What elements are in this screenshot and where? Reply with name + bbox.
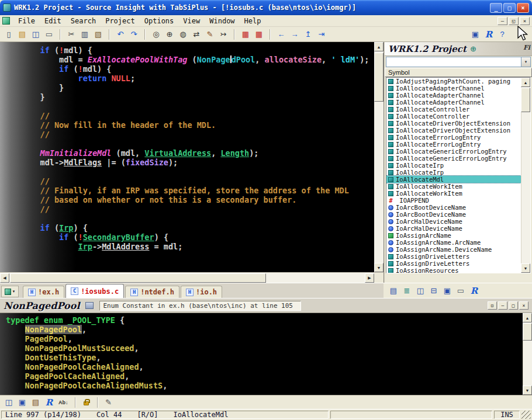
project-files-icon[interactable]: ▤ (388, 286, 399, 296)
menu-project[interactable]: Project (101, 16, 140, 26)
dock-icon[interactable]: ⊡ (488, 301, 497, 310)
symbol-list-item[interactable]: IoAssignArcName.DeviceName (386, 246, 521, 253)
bookmark-icon[interactable]: ▦ (240, 29, 251, 40)
relation-window-icon[interactable]: R (469, 286, 479, 296)
goto-line-icon[interactable]: ⇥ (316, 29, 327, 40)
menu-file[interactable]: File (13, 16, 40, 26)
open-file-icon[interactable]: ▤ (17, 29, 27, 40)
symbol-list-item[interactable]: IoAssignArcName (386, 232, 521, 239)
symbol-list-item[interactable]: IoAllocateDriverObjectExtension (386, 120, 521, 127)
menu-edit[interactable]: Edit (40, 16, 66, 26)
maximize-icon[interactable]: □ (509, 301, 518, 310)
symbol-scrollbar-thumb[interactable] (521, 88, 530, 112)
lock-context-icon[interactable] (81, 397, 92, 408)
file-tab[interactable]: H!ntdef.h (125, 286, 179, 298)
symbol-list-item[interactable]: IoAllocateGenericErrorLogEntry (386, 148, 521, 155)
scroll-up-button[interactable]: ▲ (374, 42, 384, 51)
symbol-list-item[interactable]: IoAdjustPagingPathCount._paging (386, 78, 521, 85)
symbol-list-item[interactable]: IoAllocateDriverObjectExtension (386, 127, 521, 134)
menu-options[interactable]: Options (140, 16, 179, 26)
new-window-icon[interactable]: ▣ (442, 286, 452, 296)
sort-symbols-icon[interactable]: Ab↓ (57, 397, 70, 408)
find-previous-icon[interactable]: ◍ (178, 29, 188, 40)
scroll-down-button[interactable]: ▼ (523, 386, 532, 395)
symbol-list-item[interactable]: IoAssignArcName.ArcName (386, 239, 521, 246)
editor-vertical-scrollbar[interactable]: ▲ ▼ (374, 42, 384, 272)
symbol-list-item[interactable]: IoAllocateErrorLogEntry (386, 141, 521, 148)
redo-icon[interactable]: ↷ (129, 29, 139, 40)
scroll-right-button[interactable]: ▶ (365, 273, 374, 283)
symbol-list-scrollbar[interactable]: ▲ ▼ (521, 78, 530, 273)
relation-window-icon[interactable]: R (483, 29, 494, 40)
symbol-list-item[interactable]: IoArcBootDeviceName (386, 204, 521, 211)
panel-header[interactable]: WRK1.2 Project ⊕ Fi (385, 42, 532, 56)
file-tab[interactable]: C!iosubs.c (65, 284, 124, 298)
symbol-list-item[interactable]: IoAllocateGenericErrorLogEntry (386, 155, 521, 162)
child-window-icon[interactable] (2, 17, 10, 25)
dropdown-button[interactable]: ▼ (521, 57, 530, 67)
symbol-list-item[interactable]: IoArcHalDeviceName (386, 218, 521, 225)
symbol-list-item[interactable]: IoAllocateAdapterChannel (386, 99, 521, 106)
context-scrollbar-thumb[interactable] (523, 323, 532, 341)
mdi-restore-button[interactable]: ◱ (509, 17, 519, 25)
menu-view[interactable]: View (178, 16, 205, 26)
symbol-list-item[interactable]: IoAllocateWorkItem (386, 183, 521, 190)
symbol-list-item[interactable]: IoArcHalDeviceName (386, 225, 521, 232)
docked-tab-label[interactable]: Fi (523, 44, 530, 51)
copy-icon[interactable]: ▥ (80, 29, 90, 40)
symbol-list-item[interactable]: IoAllocateErrorLogEntry (386, 134, 521, 141)
context-window-icon[interactable]: ▭ (455, 286, 466, 296)
context-scrollbar[interactable]: ▲ ▼ (523, 313, 532, 395)
paste-icon[interactable]: ▧ (93, 29, 103, 40)
symbol-list-item[interactable]: #_IOAPPEND (386, 197, 521, 204)
editor-hscrollbar-thumb[interactable] (10, 273, 266, 283)
symbol-list-item[interactable]: IoAllocateAdapterChannel (386, 92, 521, 99)
context-code[interactable]: typedef enum _POOL_TYPE { NonPagedPool, … (0, 313, 532, 395)
code-editor[interactable]: if (!mdl) { mdl = ExAllocatePoolWithTag … (0, 42, 374, 272)
symbol-list-item[interactable]: IoAllocateIrp (386, 169, 521, 176)
symbol-list-item[interactable]: IoAssignDriveLetters (386, 260, 521, 267)
highlight-word-icon[interactable]: ✎ (205, 29, 215, 40)
minimize-button[interactable]: _ (490, 3, 502, 13)
split-vertical-icon[interactable]: ◫ (415, 286, 426, 296)
symbol-search-input[interactable] (386, 57, 521, 67)
symbol-list-item[interactable]: IoAllocateController (386, 106, 521, 113)
go-back-icon[interactable]: ← (276, 29, 286, 40)
symbol-list-item[interactable]: IoAssignDriveLetters (386, 253, 521, 260)
browse-project-icon[interactable]: ▤ (30, 397, 41, 408)
menu-help[interactable]: Help (240, 16, 266, 26)
go-forward-icon[interactable]: → (289, 29, 300, 40)
tab-list-dropdown[interactable]: ▼ (1, 286, 19, 297)
mdi-close-button[interactable]: × (520, 17, 530, 25)
relation-window-icon[interactable]: R (44, 397, 54, 408)
close-icon[interactable]: × (519, 301, 528, 310)
symbol-list-item[interactable]: IoAllocateController (386, 113, 521, 120)
symbol-list-item[interactable]: IoAllocateWorkItem (386, 190, 521, 197)
symbol-window-icon[interactable]: ≣ (402, 286, 412, 296)
xref-icon[interactable]: ↣ (218, 29, 229, 40)
minimize-icon[interactable]: – (498, 301, 507, 310)
resize-grip[interactable] (521, 411, 531, 419)
scroll-left-button[interactable]: ◀ (0, 273, 9, 283)
symbol-list-item[interactable]: IoAssignResources (386, 267, 521, 273)
find-icon[interactable]: ◎ (151, 29, 161, 40)
file-tab[interactable]: H!ex.h (23, 286, 64, 298)
symbol-list-item[interactable]: IoAllocateMdl (386, 176, 521, 183)
replace-icon[interactable]: ⇄ (191, 29, 202, 40)
symbol-list-item[interactable]: IoArcBootDeviceName (386, 211, 521, 218)
scroll-down-button[interactable]: ▼ (374, 263, 384, 272)
symbol-list-item[interactable]: IoAllocateIrp (386, 162, 521, 169)
split-window-icon[interactable]: ◫ (4, 397, 14, 408)
scroll-up-button[interactable]: ▲ (521, 78, 530, 87)
split-horizontal-icon[interactable]: ⊟ (429, 286, 439, 296)
editor-vscrollbar-thumb[interactable] (374, 53, 384, 102)
save-icon[interactable]: ◫ (30, 29, 41, 40)
maximize-button[interactable]: □ (503, 3, 516, 13)
symbol-list-item[interactable]: IoAllocateAdapterChannel (386, 85, 521, 92)
symbol-list[interactable]: IoAdjustPagingPathCount._pagingIoAllocat… (386, 77, 531, 273)
menu-window[interactable]: Window (205, 16, 239, 26)
symbol-column-header[interactable]: Symbol (385, 68, 532, 77)
mdi-minimize-button[interactable]: – (498, 17, 507, 25)
new-file-icon[interactable]: ▯ (4, 29, 14, 40)
cut-icon[interactable]: ✂ (66, 29, 77, 40)
